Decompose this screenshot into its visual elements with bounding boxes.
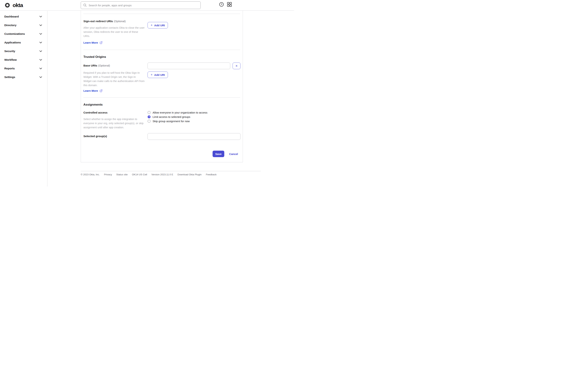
privacy-link[interactable]: Privacy <box>104 173 112 176</box>
trusted-origins-heading: Trusted Origins <box>84 55 240 59</box>
chevron-down-icon <box>40 59 42 61</box>
external-link-icon <box>100 89 103 92</box>
search-icon <box>83 3 87 7</box>
download-plugin-link[interactable]: Download Okta Plugin <box>178 173 202 176</box>
radio-icon <box>147 115 151 118</box>
assignments-heading: Assignments <box>84 103 240 107</box>
save-button[interactable]: Save <box>213 151 224 157</box>
chevron-down-icon <box>40 33 42 35</box>
chevron-down-icon <box>40 68 42 69</box>
signout-uris-label: Sign-out redirect URIs(Optional) <box>84 19 145 23</box>
signout-learn-more-link[interactable]: Learn More <box>84 41 103 44</box>
top-header: okta ? <box>0 0 294 11</box>
base-uris-description: Required if you plan to self-host the Ok… <box>84 71 145 87</box>
radio-option-skip-assignment[interactable]: Skip group assignment for now <box>147 119 240 123</box>
help-circle-icon: ? <box>219 2 224 7</box>
left-nav: Dashboard Directory Customizations Appli… <box>0 11 47 187</box>
search-input[interactable] <box>89 4 198 7</box>
sidebar-item-workflow[interactable]: Workflow <box>0 55 47 64</box>
chevron-down-icon <box>40 76 42 78</box>
signout-uris-description: After your application contacts Okta to … <box>84 26 145 38</box>
sidebar-item-security[interactable]: Security <box>0 47 47 55</box>
base-uris-label: Base URIs(Optional) <box>84 64 145 68</box>
controlled-access-label: Controlled access <box>84 111 145 115</box>
radio-icon <box>147 111 151 114</box>
apps-grid-button[interactable] <box>227 2 232 7</box>
apps-grid-icon <box>227 2 232 7</box>
radio-icon <box>147 120 151 123</box>
external-link-icon <box>100 41 103 44</box>
sidebar-item-customizations[interactable]: Customizations <box>0 30 47 38</box>
selected-groups-input[interactable] <box>147 133 241 140</box>
chevron-down-icon <box>40 42 42 43</box>
sidebar-item-label: Applications <box>4 41 21 44</box>
feedback-link[interactable]: Feedback <box>206 173 217 176</box>
sidebar-item-label: Settings <box>4 75 15 79</box>
version-label: Version 2023.11.0 E <box>151 173 173 176</box>
sidebar-item-label: Reports <box>4 67 15 70</box>
sidebar-item-label: Workflow <box>4 58 17 62</box>
help-button[interactable]: ? <box>219 2 224 7</box>
okta-admin-page: { "header": { "logo_text": "okta", "sear… <box>0 0 294 187</box>
app-settings-card: Sign-out redirect URIs(Optional) After y… <box>81 11 243 162</box>
chevron-down-icon <box>40 16 42 17</box>
base-uri-input[interactable] <box>147 63 230 69</box>
cell-label: OK14 US Cell <box>132 173 147 176</box>
okta-burst-icon <box>4 2 10 8</box>
trusted-add-uri-button[interactable]: + Add URI <box>147 72 168 78</box>
controlled-access-description: Select whether to assign the app integra… <box>84 117 145 129</box>
okta-logo[interactable]: okta <box>4 2 23 8</box>
svg-text:?: ? <box>221 3 222 6</box>
selected-groups-label: Selected group(s) <box>84 134 145 138</box>
signout-add-uri-button[interactable]: + Add URI <box>147 22 168 29</box>
radio-option-limit-groups[interactable]: Limit access to selected groups <box>147 115 240 119</box>
sidebar-item-applications[interactable]: Applications <box>0 38 47 47</box>
copyright-text: © 2023 Okta, Inc. <box>81 173 100 176</box>
plus-icon: + <box>151 73 153 76</box>
sidebar-item-settings[interactable]: Settings <box>0 73 47 81</box>
chevron-down-icon <box>40 51 42 52</box>
trusted-learn-more-link[interactable]: Learn More <box>84 89 103 92</box>
page-footer: © 2023 Okta, Inc. Privacy Status site OK… <box>81 171 261 176</box>
chevron-down-icon <box>40 24 42 26</box>
controlled-access-radio-group: Allow everyone in your organization to a… <box>147 110 240 129</box>
trusted-origins-section: Trusted Origins Base URIs(Optional) Requ… <box>84 50 240 97</box>
sidebar-item-directory[interactable]: Directory <box>0 21 47 30</box>
cancel-button[interactable]: Cancel <box>229 152 238 156</box>
sidebar-item-reports[interactable]: Reports <box>0 64 47 73</box>
footer-divider <box>81 171 261 171</box>
sidebar-item-label: Dashboard <box>4 15 19 18</box>
sidebar-item-label: Security <box>4 50 15 53</box>
optional-tag: (Optional) <box>98 64 110 67</box>
plus-icon: + <box>151 23 153 27</box>
sidebar-item-label: Customizations <box>4 32 25 35</box>
status-site-link[interactable]: Status site <box>116 173 128 176</box>
optional-tag: (Optional) <box>114 20 126 23</box>
signout-redirect-section: Sign-out redirect URIs(Optional) After y… <box>84 14 240 50</box>
okta-wordmark: okta <box>13 2 23 8</box>
sidebar-item-dashboard[interactable]: Dashboard <box>0 12 47 21</box>
close-icon: ✕ <box>235 64 238 67</box>
assignments-section: Assignments Controlled access Select whe… <box>84 98 240 162</box>
remove-uri-button[interactable]: ✕ <box>232 63 241 69</box>
sidebar-item-label: Directory <box>4 24 16 27</box>
radio-option-allow-everyone[interactable]: Allow everyone in your organization to a… <box>147 110 240 115</box>
global-search[interactable] <box>81 1 201 9</box>
